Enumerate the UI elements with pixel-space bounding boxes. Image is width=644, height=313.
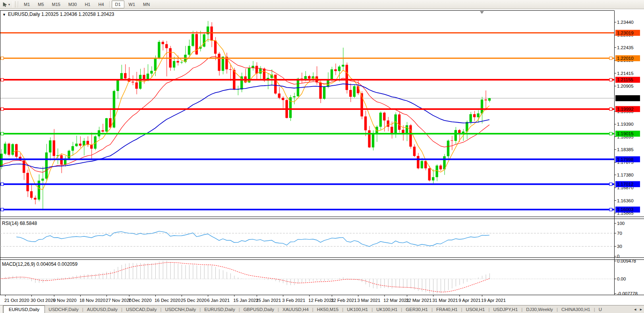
price-tick-label: 1.19390 <box>617 122 634 127</box>
timeframe-button-m5[interactable]: M5 <box>34 0 47 8</box>
timeframe-button-m15[interactable]: M15 <box>48 0 64 8</box>
timeframe-button-d1[interactable]: D1 <box>112 0 124 8</box>
timeframe-button-w1[interactable]: W1 <box>125 0 139 8</box>
rsi-scale-label: 30 <box>617 244 622 249</box>
hline-handle[interactable] <box>609 183 612 186</box>
chart-title-text: EURUSD,Daily 1.20325 1.20436 1.20258 1.2… <box>8 12 114 17</box>
hline-handle[interactable] <box>609 57 612 60</box>
price-tick-label: 1.22435 <box>617 45 634 50</box>
symbol-tab-5[interactable]: EURUSD,Daily <box>201 305 238 313</box>
timeframe-button-h1[interactable]: H1 <box>81 0 94 8</box>
symbol-tab-7[interactable]: XAUUSD,H4 <box>279 305 312 313</box>
macd-panel: MACD(12,26,9) 0.004054 0.0020590.0094780… <box>0 259 638 296</box>
date-tick-label: 18 Nov 2020 <box>79 298 105 303</box>
timeframe-button-m30[interactable]: M30 <box>65 0 80 8</box>
date-tick-label: 15 Jan 2021 <box>233 298 258 303</box>
timeframe-button-m1[interactable]: M1 <box>20 0 33 8</box>
toolbar-grip <box>13 1 15 8</box>
tab-stub <box>0 305 3 313</box>
top-toolbar: ▾ M1M5M15M30H1H4D1W1MN <box>0 0 644 9</box>
symbol-tab-14[interactable]: USDJPY,H1 <box>490 305 522 313</box>
symbol-tab-3[interactable]: USDCAD,Daily <box>122 305 160 313</box>
symbol-tab-15[interactable]: DJ30,Weekly <box>522 305 557 313</box>
rsi-panel: RSI(14) 68.584810070300 <box>0 221 625 259</box>
date-tick-label: 6 Jan 2021 <box>207 298 230 303</box>
symbol-tab-13[interactable]: USOil,H1 <box>462 305 489 313</box>
toolbar-separator <box>109 1 110 8</box>
symbol-tab-2[interactable]: AUDUSD,Daily <box>83 305 121 313</box>
hline-handle[interactable] <box>609 132 612 135</box>
date-axis: 21 Oct 202030 Oct 20209 Nov 202018 Nov 2… <box>4 295 506 303</box>
hline-price-label: 1.19015 <box>617 131 634 136</box>
macd-signal-line <box>0 263 489 292</box>
rsi-scale-label: 100 <box>617 221 625 226</box>
chart-canvas[interactable]: ▼EURUSD,Daily 1.20325 1.20436 1.20258 1.… <box>0 9 644 305</box>
date-tick-label: 21 Oct 2020 <box>4 298 29 303</box>
tab-scrollers: ◄ ► <box>632 305 644 313</box>
date-tick-label: 27 Nov 2020 <box>106 298 132 303</box>
hline-price-label: 1.23019 <box>617 31 634 35</box>
chart-shift-marker <box>480 11 484 14</box>
rsi-line <box>16 231 489 247</box>
hline-handle[interactable] <box>1 132 4 135</box>
symbol-tab-0[interactable]: EURUSD,Daily <box>3 305 45 313</box>
hline-price-label: 1.17012 <box>617 182 634 186</box>
candlestick-series <box>0 21 491 209</box>
timeframe-button-mn[interactable]: MN <box>139 0 153 8</box>
hline-handle[interactable] <box>609 208 612 211</box>
current-price-label: 1.20423 <box>617 96 634 101</box>
date-tick-label: 3 Mar 2021 <box>357 298 380 303</box>
cursor-tool-button[interactable]: ▾ <box>0 2 12 7</box>
macd-scale-label: -0.007778 <box>617 291 638 296</box>
date-tick-label: 9 Nov 2020 <box>53 298 77 303</box>
hline-price-label: 1.16003 <box>617 207 634 212</box>
toolbar-separator <box>18 1 19 8</box>
hline-handle[interactable] <box>1 57 4 60</box>
symbol-tab-11[interactable]: GER30,H1 <box>402 305 431 313</box>
hline-handle[interactable] <box>1 108 4 110</box>
symbol-tab-9[interactable]: UK100,H1 <box>343 305 371 313</box>
symbol-tab-1[interactable]: USDCHF,Daily <box>45 305 82 313</box>
date-tick-label: 19 Apr 2021 <box>481 298 506 303</box>
price-tick-label: 1.17380 <box>617 173 634 177</box>
price-axis: 1.234401.229301.224351.219251.214151.209… <box>614 20 640 215</box>
hline-handle[interactable] <box>1 79 4 81</box>
symbol-tab-16[interactable]: CHINA300,H1 <box>558 305 594 313</box>
hline-handle[interactable] <box>1 208 4 211</box>
slow-ma-line <box>0 84 489 168</box>
chevron-down-icon[interactable]: ▾ <box>8 3 10 6</box>
hline-price-label: 1.21155 <box>617 77 633 82</box>
date-tick-label: 31 Mar 2021 <box>432 298 458 303</box>
rsi-label: RSI(14) 68.5848 <box>2 221 37 226</box>
date-tick-label: 22 Feb 2021 <box>331 298 357 303</box>
timeframe-button-group: M1M5M15M30H1H4D1W1MN <box>17 0 154 8</box>
cursor-arrow-icon <box>2 2 8 7</box>
date-tick-label: 16 Dec 2020 <box>155 298 180 303</box>
symbol-tab-6[interactable]: GBPUSD,Daily <box>240 305 278 313</box>
macd-label: MACD(12,26,9) 0.004054 0.002059 <box>2 261 77 267</box>
scroll-tabs-right-icon[interactable]: ► <box>639 306 643 313</box>
hline-handle[interactable] <box>609 108 612 110</box>
price-tick-label: 1.20905 <box>617 84 634 88</box>
date-tick-label: 12 Feb 2021 <box>308 298 334 303</box>
date-tick-label: 22 Mar 2021 <box>406 298 432 303</box>
symbol-tab-4[interactable]: USDCNH,Daily <box>161 305 199 313</box>
date-tick-label: 7 Dec 2020 <box>128 298 152 303</box>
hline-handle[interactable] <box>609 79 612 81</box>
symbol-tab-8[interactable]: HK50,M15 <box>313 305 342 313</box>
chart-title: ▼EURUSD,Daily 1.20325 1.20436 1.20258 1.… <box>2 12 114 17</box>
macd-scale-label: 0.00 <box>617 277 626 281</box>
symbol-tab-17[interactable]: U <box>595 305 605 313</box>
macd-scale-label: 0.009478 <box>617 259 636 263</box>
price-tick-label: 1.16360 <box>617 198 634 203</box>
timeframe-button-h4[interactable]: H4 <box>95 0 107 8</box>
hline-handle[interactable] <box>1 183 4 186</box>
scroll-tabs-left-icon[interactable]: ◄ <box>633 306 637 313</box>
symbol-tab-10[interactable]: UK100,H1 <box>373 305 401 313</box>
symbol-tab-12[interactable]: FRA40,H1 <box>433 305 461 313</box>
hline-price-label: 1.17998 <box>617 157 634 162</box>
date-tick-label: 25 Dec 2020 <box>181 298 207 303</box>
date-tick-label: 9 Apr 2021 <box>458 298 481 303</box>
date-tick-label: 12 Mar 2021 <box>383 298 409 303</box>
collapse-icon: ▼ <box>2 13 6 17</box>
